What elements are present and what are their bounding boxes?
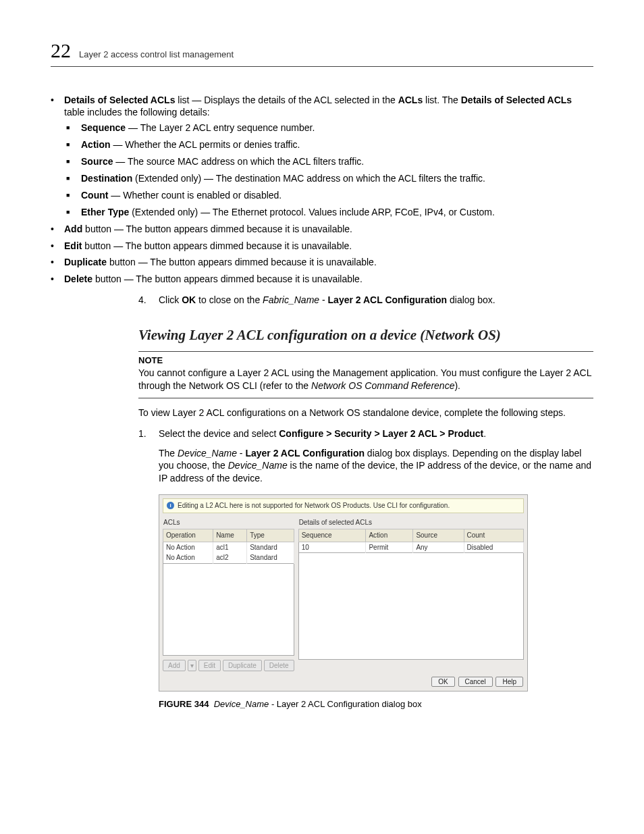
- table-row[interactable]: 10 Permit Any Disabled: [298, 542, 523, 553]
- text: button — The button appears dimmed becau…: [92, 273, 363, 284]
- list-item: Delete button — The button appears dimme…: [51, 273, 593, 286]
- list-item: Source — The source MAC address on which…: [64, 155, 593, 168]
- ref: Network OS Command Reference: [311, 380, 454, 391]
- note-body: You cannot configure a Layer 2 ACL using…: [138, 367, 593, 392]
- panel-title: Details of selected ACLs: [298, 517, 524, 529]
- label: Layer 2 ACL Configuration: [245, 448, 365, 459]
- var: Device_Name: [228, 460, 288, 471]
- label: Destination: [81, 173, 132, 184]
- text: The: [159, 448, 178, 459]
- text: button — The button appears dimmed becau…: [82, 240, 352, 251]
- add-dropdown-icon: ▾: [188, 660, 196, 672]
- acl-config-dialog: i Editing a L2 ACL here is not supported…: [159, 494, 528, 692]
- step-1-body: The Device_Name - Layer 2 ACL Configurat…: [159, 447, 593, 486]
- cell: No Action: [163, 542, 213, 552]
- edit-button: Edit: [198, 660, 221, 672]
- text: — Whether count is enabled or disabled.: [108, 190, 281, 201]
- acls-table[interactable]: Operation Name Type No Action acl1 Stand…: [163, 529, 294, 564]
- text: list — Displays the details of the ACL s…: [175, 95, 398, 105]
- step-number: 1.: [138, 427, 159, 440]
- warning-text: Editing a L2 ACL here is not supported f…: [178, 501, 450, 511]
- sub-list: Sequence — The Layer 2 ACL entry sequenc…: [64, 122, 593, 218]
- col-operation[interactable]: Operation: [163, 529, 213, 542]
- label: Edit: [64, 240, 82, 251]
- table-empty-area: [298, 553, 524, 660]
- step-text: Click OK to close on the Fabric_Name - L…: [159, 294, 593, 307]
- text: — The source MAC address on which the AC…: [113, 156, 364, 167]
- cell: Disabled: [464, 542, 524, 553]
- label: Details of Selected ACLs: [461, 95, 572, 105]
- figure-text: - Layer 2 ACL Configuration dialog box: [269, 699, 421, 709]
- table-header-row: Sequence Action Source Count: [298, 529, 523, 542]
- label: Layer 2 ACL Configuration: [328, 294, 448, 305]
- step-1: 1. Select the device and select Configur…: [138, 427, 593, 440]
- table-row[interactable]: No Action acl2 Standard: [163, 552, 294, 563]
- details-panel: Details of selected ACLs Sequence Action…: [298, 517, 524, 672]
- col-type[interactable]: Type: [247, 529, 294, 542]
- delete-button: Delete: [264, 660, 294, 672]
- col-action[interactable]: Action: [366, 529, 413, 542]
- text: (Extended only) — The destination MAC ad…: [132, 173, 485, 184]
- table-empty-area: [163, 564, 294, 656]
- list-item: Edit button — The button appears dimmed …: [51, 240, 593, 253]
- button-row: Add▾ Edit Duplicate Delete: [163, 660, 294, 672]
- figure: i Editing a L2 ACL here is not supported…: [159, 494, 593, 710]
- cell: acl1: [213, 542, 247, 552]
- info-icon: i: [167, 502, 174, 509]
- step-number: 4.: [138, 294, 159, 307]
- text: ).: [454, 380, 460, 391]
- label: Details of Selected ACLs: [64, 95, 175, 105]
- note-block: NOTE You cannot configure a Layer 2 ACL …: [138, 351, 593, 398]
- help-button[interactable]: Help: [495, 677, 523, 687]
- step-4: 4. Click OK to close on the Fabric_Name …: [138, 294, 593, 307]
- figure-device: Device_Name: [214, 699, 269, 709]
- duplicate-button: Duplicate: [223, 660, 262, 672]
- list-item: Action — Whether the ACL permits or deni…: [64, 138, 593, 151]
- list-item: Destination (Extended only) — The destin…: [64, 172, 593, 185]
- cell: 10: [298, 542, 366, 553]
- col-count[interactable]: Count: [464, 529, 524, 542]
- list-item: Add button — The button appears dimmed b…: [51, 223, 593, 236]
- col-name[interactable]: Name: [213, 529, 247, 542]
- note-title: NOTE: [138, 355, 593, 367]
- label: Action: [81, 139, 111, 150]
- text: list. The: [423, 95, 461, 105]
- table-row[interactable]: No Action acl1 Standard: [163, 542, 294, 552]
- list-item: Count — Whether count is enabled or disa…: [64, 189, 593, 202]
- text: (Extended only) — The Ethernet protocol.…: [129, 207, 495, 217]
- cell: Standard: [247, 542, 294, 552]
- step-text: Select the device and select Configure >…: [159, 427, 593, 440]
- dialog-footer: OK Cancel Help: [159, 675, 527, 691]
- paragraph: To view Layer 2 ACL configurations on a …: [138, 407, 593, 419]
- page-header: 22 Layer 2 access control list managemen…: [51, 37, 593, 67]
- add-button: Add: [163, 660, 186, 672]
- text: Click: [159, 294, 182, 305]
- cell: Standard: [247, 552, 294, 563]
- ok-button[interactable]: OK: [431, 677, 454, 687]
- text: dialog box.: [447, 294, 495, 305]
- figure-caption: FIGURE 344 Device_Name - Layer 2 ACL Con…: [159, 698, 593, 710]
- details-table[interactable]: Sequence Action Source Count 10 Permit A…: [298, 529, 524, 553]
- dialog-body: ACLs Operation Name Type No Action acl1 …: [159, 517, 527, 675]
- header-title: Layer 2 access control list management: [79, 49, 234, 61]
- list-item: Ether Type (Extended only) — The Etherne…: [64, 206, 593, 219]
- label: Duplicate: [64, 257, 107, 267]
- cancel-button[interactable]: Cancel: [458, 677, 493, 687]
- text: -: [237, 448, 245, 459]
- label: ACLs: [398, 95, 423, 105]
- cell: No Action: [163, 552, 213, 563]
- label: Ether Type: [81, 207, 129, 217]
- text: .: [483, 428, 486, 439]
- warning-bar: i Editing a L2 ACL here is not supported…: [163, 498, 524, 513]
- page-number: 22: [51, 37, 71, 65]
- label: Source: [81, 156, 113, 167]
- label: Sequence: [81, 122, 126, 133]
- col-source[interactable]: Source: [413, 529, 464, 542]
- col-sequence[interactable]: Sequence: [298, 529, 366, 542]
- table-header-row: Operation Name Type: [163, 529, 294, 542]
- bullet-list-top: Details of Selected ACLs list — Displays…: [51, 94, 593, 286]
- cell: Any: [413, 542, 464, 553]
- section-heading: Viewing Layer 2 ACL configuration on a d…: [138, 325, 593, 344]
- label: Delete: [64, 273, 92, 284]
- acls-panel: ACLs Operation Name Type No Action acl1 …: [163, 517, 294, 672]
